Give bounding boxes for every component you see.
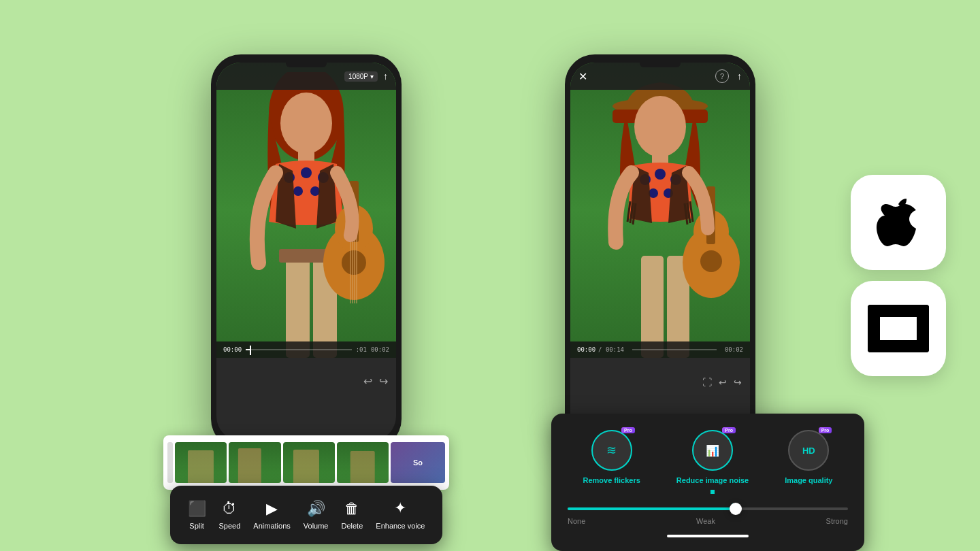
menu-item-volume[interactable]: 🔊 Volume	[304, 500, 329, 530]
svg-point-7	[310, 186, 320, 196]
remove-flickers-circle: ≋ Pro	[591, 430, 632, 471]
girl-figure-left	[225, 72, 388, 358]
timecode-right: 00:02	[725, 346, 743, 353]
slider-label-none: None	[568, 517, 585, 525]
phone-screen-left: 1080P ▾ ↑ 00:00 :01 00:02	[216, 63, 396, 441]
menu-item-split[interactable]: ⬛ Split	[188, 500, 206, 530]
undo-icon-right[interactable]: ↩	[719, 377, 727, 388]
phone-notch-right	[640, 63, 681, 67]
menu-item-animations[interactable]: ▶ Animations	[253, 500, 290, 530]
image-quality-circle: HD Pro	[788, 430, 829, 471]
expand-icon[interactable]: ⛶	[702, 377, 712, 388]
menu-item-enhance[interactable]: ✦ Enhance voice	[376, 499, 425, 531]
chevron-down-icon: ▾	[370, 73, 374, 80]
svg-rect-39	[895, 340, 929, 352]
speed-label: Speed	[219, 522, 241, 530]
enhance-icon: ✦	[394, 499, 406, 517]
upload-icon-right[interactable]: ↑	[737, 71, 742, 82]
timecode-bar-right: 00:00 / 00:14 00:02	[570, 341, 750, 358]
slider-container[interactable]: None Weak Strong	[565, 507, 851, 525]
timecode-bar: 00:00 :01 00:02	[216, 341, 396, 358]
delete-icon: 🗑	[344, 500, 359, 518]
animations-icon: ▶	[266, 500, 278, 518]
slider-fill	[568, 507, 736, 510]
help-icon[interactable]: ?	[715, 69, 729, 83]
enhance-panel: ≋ Pro Remove flickers 📊 Pro Reduce image…	[551, 414, 864, 551]
remove-flickers-label: Remove flickers	[583, 476, 640, 484]
reduce-noise-circle: 📊 Pro	[692, 430, 733, 471]
slider-track[interactable]	[568, 507, 848, 510]
timeline-handle[interactable]	[167, 442, 173, 483]
svg-point-14	[342, 250, 366, 275]
redo-icon[interactable]: ↪	[379, 375, 388, 388]
close-icon[interactable]: ✕	[578, 70, 587, 83]
timecode-start: 00:00	[223, 346, 242, 353]
svg-rect-40	[889, 317, 907, 340]
image-quality-label: Image quality	[785, 476, 832, 484]
pro-badge-3: Pro	[819, 427, 832, 433]
pro-badge-2: Pro	[722, 427, 736, 433]
capcut-app-icon[interactable]	[851, 281, 946, 376]
slider-label-weak: Weak	[696, 517, 715, 525]
apple-app-icon[interactable]	[851, 175, 946, 270]
girl-figure-right	[578, 72, 742, 358]
menu-item-delete[interactable]: 🗑 Delete	[342, 500, 363, 530]
svg-point-21	[634, 96, 686, 157]
tiktok-badge: So	[391, 442, 445, 483]
image-quality-icon: HD	[802, 446, 815, 456]
undo-redo-area: ↩ ↪	[363, 375, 388, 388]
redo-icon-right[interactable]: ↪	[734, 377, 742, 388]
icons-bar-right: ⛶ ↩ ↪	[702, 377, 742, 388]
enhance-option-image-quality[interactable]: HD Pro Image quality	[785, 430, 832, 494]
animations-label: Animations	[253, 522, 290, 530]
resolution-text: 1080P	[348, 73, 368, 80]
speed-icon: ⏱	[222, 500, 237, 518]
undo-icon[interactable]: ↩	[363, 375, 372, 388]
enhance-label: Enhance voice	[376, 521, 425, 531]
phone-frame-left: 1080P ▾ ↑ 00:00 :01 00:02	[211, 54, 402, 449]
slider-thumb[interactable]	[730, 503, 742, 515]
phone-frame-right: ✕ ? ↑ 00:00 / 00:14 00:02	[565, 54, 755, 449]
svg-rect-38	[895, 305, 929, 317]
resolution-badge[interactable]: 1080P ▾	[344, 71, 378, 82]
video-area-right	[570, 63, 750, 358]
timecode-mid: :01	[356, 346, 367, 353]
enhance-options: ≋ Pro Remove flickers 📊 Pro Reduce image…	[565, 430, 851, 494]
phone-screen-right: ✕ ? ↑ 00:00 / 00:14 00:02	[570, 63, 750, 441]
svg-point-33	[700, 250, 722, 272]
svg-point-24	[655, 169, 666, 180]
reduce-noise-label: Reduce image noise	[676, 476, 749, 484]
apple-logo	[871, 192, 926, 253]
enhance-option-remove-flickers[interactable]: ≋ Pro Remove flickers	[583, 430, 640, 494]
remove-flickers-icon: ≋	[606, 443, 617, 458]
split-icon: ⬛	[188, 500, 206, 518]
slider-labels: None Weak Strong	[568, 517, 848, 525]
active-dot	[710, 490, 715, 494]
timeline-strip: So	[163, 435, 449, 490]
slider-label-strong: Strong	[826, 517, 848, 525]
pro-badge-1: Pro	[621, 427, 635, 433]
home-indicator	[667, 535, 749, 537]
app-icons	[851, 175, 946, 376]
delete-label: Delete	[342, 522, 363, 530]
bottom-menu: ⬛ Split ⏱ Speed ▶ Animations 🔊 Volume 🗑 …	[170, 486, 442, 544]
main-container: 1080P ▾ ↑ 00:00 :01 00:02	[0, 0, 980, 551]
phone-left: 1080P ▾ ↑ 00:00 :01 00:02	[211, 54, 415, 476]
reduce-noise-icon: 📊	[706, 444, 719, 457]
timecode-total: / 00:14	[598, 346, 624, 353]
capcut-logo	[864, 301, 932, 356]
svg-point-1	[280, 93, 332, 154]
split-label: Split	[189, 522, 203, 530]
volume-label: Volume	[304, 522, 329, 530]
timecode-end: 00:02	[371, 346, 389, 353]
svg-point-6	[293, 186, 303, 196]
phone-notch-left	[286, 63, 327, 67]
timecode-current: 00:00	[577, 346, 595, 353]
svg-point-4	[301, 167, 312, 178]
enhance-option-reduce-noise[interactable]: 📊 Pro Reduce image noise	[676, 430, 749, 494]
menu-item-speed[interactable]: ⏱ Speed	[219, 500, 241, 530]
volume-icon: 🔊	[307, 500, 325, 518]
upload-icon[interactable]: ↑	[383, 71, 388, 82]
video-area-left	[216, 63, 396, 358]
phone-right: ✕ ? ↑ 00:00 / 00:14 00:02	[565, 54, 769, 476]
